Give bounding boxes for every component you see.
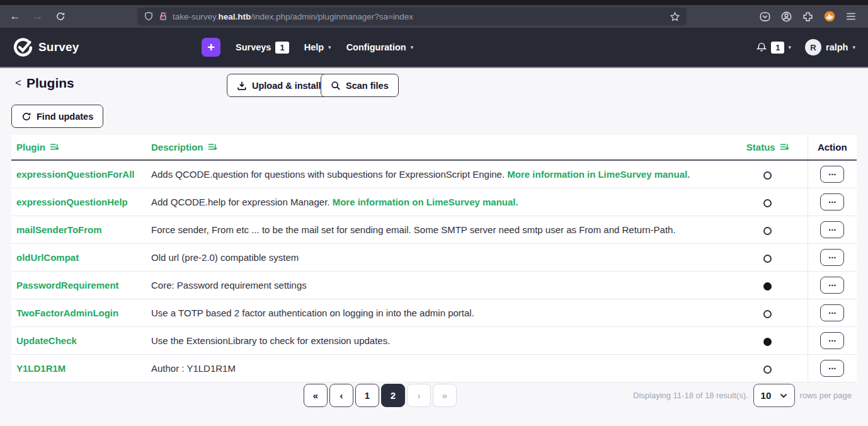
plugin-description: Use the ExtensionLibrary to check for ex… [151, 335, 390, 346]
chevron-down-icon: ▾ [788, 44, 791, 50]
plugin-description: Adds QCODE.question for questions with s… [151, 169, 507, 180]
plugin-manager-page: < Plugins Upload & install Scan files Fi… [0, 68, 868, 425]
pagination-page-1-button[interactable]: 1 [355, 384, 379, 407]
sort-icon [780, 143, 789, 151]
star-icon [670, 11, 680, 22]
notifications-menu[interactable]: 1 ▾ [756, 42, 791, 54]
surveys-count-badge: 1 [275, 42, 288, 54]
plugin-manual-link[interactable]: More information on LimeSurvey manual. [333, 197, 518, 207]
pagination-page-2-button[interactable]: 2 [381, 384, 405, 407]
row-actions-button[interactable]: ... [820, 166, 844, 183]
status-indicator [763, 366, 772, 374]
table-row: mailSenderToFrom Force sender, From etc … [11, 216, 857, 244]
plugin-description: Add QCODE.help for expression Manager. [151, 197, 333, 207]
status-indicator [763, 255, 772, 263]
back-button[interactable]: ← [8, 9, 23, 24]
configuration-label: Configuration [346, 42, 406, 52]
plugin-description: Old url (pre-2.0) compatible system [151, 252, 299, 263]
row-actions-button[interactable]: ... [820, 304, 844, 321]
pagination-first-button[interactable]: « [304, 384, 328, 407]
plugin-description: Force sender, From etc ... to be the mai… [151, 224, 676, 235]
pagination-last-button[interactable]: » [433, 384, 457, 407]
rows-per-page-value: 10 [761, 390, 772, 401]
sort-icon [50, 143, 59, 151]
table-row: expressionQuestionForAll Adds QCODE.ques… [11, 160, 857, 188]
url-prefix: take-survey. [173, 12, 219, 21]
scan-files-button[interactable]: Scan files [321, 74, 399, 97]
chevron-down-icon: ▾ [328, 44, 331, 50]
results-summary: Displaying 11-18 of 18 result(s). [633, 391, 748, 400]
sort-by-status-header[interactable]: Status [746, 142, 789, 153]
reload-icon [55, 11, 66, 21]
pagination: « ‹ 1 2 › » [304, 384, 457, 407]
find-updates-button[interactable]: Find updates [11, 105, 103, 128]
search-icon [331, 81, 341, 91]
limesurvey-logo[interactable]: Survey [13, 37, 79, 58]
plugin-name-link[interactable]: PasswordRequirement [16, 280, 119, 291]
row-actions-button[interactable]: ... [820, 277, 844, 294]
bookmark-star-button[interactable] [670, 11, 680, 22]
url-path: /index.php/admin/pluginmanager?sa=index [251, 12, 413, 21]
pocket-icon[interactable] [759, 11, 771, 23]
user-menu[interactable]: R ralph ▾ [805, 39, 855, 55]
surveys-label: Surveys [236, 42, 271, 52]
browser-toolbar: ← → take-survey.heal.htb/index.php/admin… [0, 5, 868, 28]
browser-tabstrip [0, 0, 868, 5]
download-icon [237, 81, 247, 91]
shield-icon[interactable] [144, 11, 154, 21]
plugin-name-link[interactable]: oldUrlCompat [16, 252, 79, 263]
nav-configuration-menu[interactable]: Configuration ▾ [346, 42, 414, 52]
sort-by-plugin-header[interactable]: Plugin [16, 142, 59, 153]
row-actions-button[interactable]: ... [820, 360, 844, 377]
page-title-text: Plugins [26, 76, 74, 91]
rows-per-page-label: rows per page [800, 391, 852, 400]
account-icon[interactable] [780, 11, 792, 23]
plugin-name-link[interactable]: UpdateCheck [16, 335, 77, 346]
menu-hamburger-icon[interactable] [845, 11, 857, 22]
table-row: TwoFactorAdminLogin Use a TOTP based 2 f… [11, 299, 857, 327]
status-indicator [763, 171, 772, 180]
results-footer: Displaying 11-18 of 18 result(s). 10 row… [633, 384, 852, 407]
find-updates-label: Find updates [37, 112, 93, 122]
chevron-down-icon: ▾ [852, 44, 855, 50]
app-navbar: Survey + Surveys 1 Help ▾ Configuration … [0, 28, 868, 68]
plugin-name-link[interactable]: TwoFactorAdminLogin [16, 308, 118, 318]
forward-button[interactable]: → [30, 9, 45, 24]
table-row: Y1LD1R1M Author : Y1LD1R1M ... [11, 355, 857, 383]
nav-surveys[interactable]: Surveys 1 [236, 42, 289, 54]
refresh-icon [21, 112, 31, 122]
plugin-name-link[interactable]: mailSenderToFrom [16, 224, 102, 235]
plugin-name-link[interactable]: Y1LD1R1M [16, 363, 66, 374]
plugin-description: Use a TOTP based 2 factor authentication… [151, 308, 474, 318]
url-bar[interactable]: take-survey.heal.htb/index.php/admin/plu… [137, 8, 687, 25]
status-indicator [763, 282, 772, 291]
sort-by-description-header[interactable]: Description [151, 142, 217, 153]
brand-name: Survey [38, 40, 79, 54]
upload-install-button[interactable]: Upload & install [227, 74, 331, 97]
create-survey-button[interactable]: + [202, 38, 220, 57]
table-row: expressionQuestionHelp Add QCODE.help fo… [11, 188, 857, 216]
status-indicator [763, 310, 772, 318]
page-title: < Plugins [15, 76, 74, 91]
rows-per-page-select[interactable]: 10 [753, 384, 795, 407]
row-actions-button[interactable]: ... [820, 193, 844, 210]
nav-help-menu[interactable]: Help ▾ [304, 42, 331, 52]
row-actions-button[interactable]: ... [820, 249, 844, 266]
user-avatar: R [805, 39, 821, 55]
url-host: heal.htb [219, 12, 251, 21]
reload-button[interactable] [53, 9, 68, 24]
upload-install-label: Upload & install [252, 81, 321, 91]
lime-logo-icon [13, 37, 33, 58]
row-actions-button[interactable]: ... [820, 332, 844, 349]
plugin-name-link[interactable]: expressionQuestionHelp [16, 197, 128, 207]
plugin-manual-link[interactable]: More information in LimeSurvey manual. [507, 169, 690, 180]
back-chevron-icon[interactable]: < [15, 77, 21, 89]
foxyproxy-extension-icon[interactable] [823, 10, 836, 23]
insecure-lock-icon[interactable] [158, 11, 168, 21]
pagination-next-button[interactable]: › [407, 384, 431, 407]
url-text: take-survey.heal.htb/index.php/admin/plu… [173, 12, 413, 21]
plugin-name-link[interactable]: expressionQuestionForAll [16, 169, 135, 180]
extensions-puzzle-icon[interactable] [802, 11, 814, 23]
row-actions-button[interactable]: ... [820, 221, 844, 238]
pagination-prev-button[interactable]: ‹ [329, 384, 353, 407]
